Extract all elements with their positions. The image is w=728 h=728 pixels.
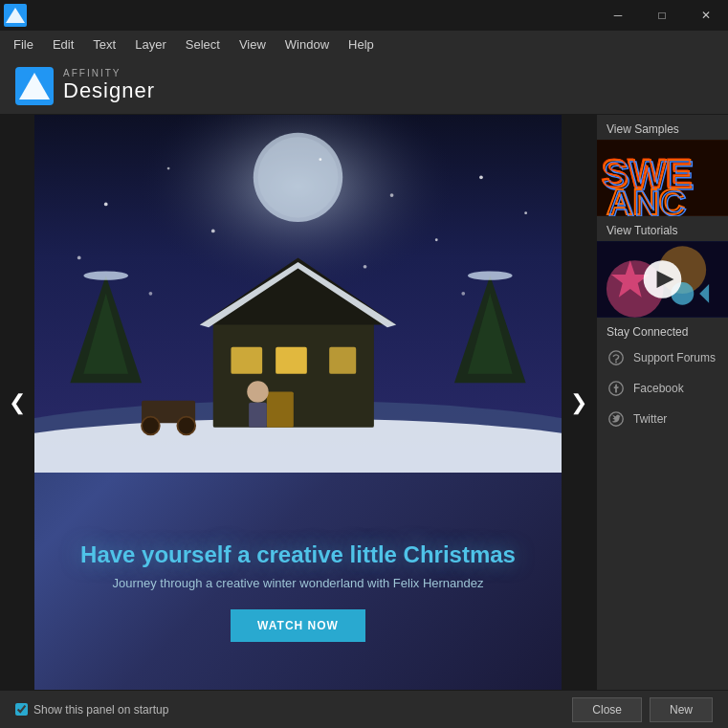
startup-checkbox-label[interactable]: Show this panel on startup xyxy=(15,703,168,717)
minimize-button[interactable]: ─ xyxy=(596,0,640,31)
slideshow-area: Have yourself a creative little Christma… xyxy=(34,115,562,690)
app-header: AFFINITY Designer xyxy=(0,57,728,115)
logo-icon xyxy=(15,67,54,105)
menu-bar: File Edit Text Layer Select View Window … xyxy=(0,31,728,57)
facebook-icon xyxy=(607,379,626,398)
snow-scene xyxy=(34,115,562,473)
social-item-facebook[interactable]: Facebook xyxy=(597,373,728,404)
support-forums-icon xyxy=(607,348,626,367)
logo-text: AFFINITY Designer xyxy=(63,68,155,103)
svg-point-32 xyxy=(390,193,394,197)
svg-point-37 xyxy=(524,211,527,214)
menu-help[interactable]: Help xyxy=(339,33,384,55)
slide-text-area: Have yourself a creative little Christma… xyxy=(63,541,533,661)
svg-point-55 xyxy=(615,362,617,364)
svg-point-31 xyxy=(319,158,321,161)
svg-point-34 xyxy=(479,175,483,179)
slide-title: Have yourself a creative little Christma… xyxy=(63,541,533,568)
twitter-icon xyxy=(607,409,626,429)
menu-text[interactable]: Text xyxy=(83,33,125,55)
svg-point-26 xyxy=(247,381,268,402)
title-bar-left xyxy=(0,4,31,27)
new-button[interactable]: New xyxy=(650,697,713,722)
social-item-support[interactable]: Support Forums xyxy=(597,342,728,373)
close-button-bottom[interactable]: Close xyxy=(572,697,642,722)
svg-point-38 xyxy=(77,256,81,260)
logo-designer-label: Designer xyxy=(63,78,155,103)
svg-point-33 xyxy=(435,238,438,241)
tutorials-title: View Tutorials xyxy=(597,216,728,241)
svg-point-19 xyxy=(83,271,128,279)
samples-thumbnail[interactable]: SWE SWE SWE ANC ANC xyxy=(597,140,728,216)
logo-affinity-label: AFFINITY xyxy=(63,68,155,78)
support-forums-label: Support Forums xyxy=(633,351,716,364)
svg-point-36 xyxy=(364,265,367,269)
logo-container: AFFINITY Designer xyxy=(15,67,155,105)
watch-now-button[interactable]: WATCH NOW xyxy=(231,609,365,642)
twitter-label: Twitter xyxy=(633,412,667,426)
stay-connected-title: Stay Connected xyxy=(597,318,728,342)
svg-rect-13 xyxy=(231,347,262,374)
window-controls: ─ □ ✕ xyxy=(596,0,728,31)
menu-view[interactable]: View xyxy=(230,33,276,55)
svg-point-30 xyxy=(211,230,215,233)
bottom-buttons: Close New xyxy=(572,697,713,722)
app-icon-small xyxy=(4,4,27,27)
menu-window[interactable]: Window xyxy=(276,33,339,55)
slide-subtitle: Journey through a creative winter wonder… xyxy=(63,576,533,590)
svg-point-29 xyxy=(167,167,170,170)
svg-rect-27 xyxy=(249,403,267,428)
svg-point-24 xyxy=(142,417,160,435)
chevron-right-icon: ❯ xyxy=(570,390,587,415)
menu-layer[interactable]: Layer xyxy=(125,33,176,55)
svg-point-25 xyxy=(177,417,195,435)
svg-point-28 xyxy=(104,203,108,207)
startup-checkbox[interactable] xyxy=(15,703,28,716)
chevron-left-icon: ❮ xyxy=(9,390,26,415)
menu-file[interactable]: File xyxy=(4,33,43,55)
svg-rect-15 xyxy=(329,347,356,374)
svg-rect-14 xyxy=(276,347,307,374)
svg-rect-16 xyxy=(267,392,294,428)
svg-point-39 xyxy=(461,292,465,296)
startup-label-text: Show this panel on startup xyxy=(33,703,168,717)
svg-point-22 xyxy=(468,271,513,279)
close-button[interactable]: ✕ xyxy=(684,0,728,31)
svg-point-7 xyxy=(257,137,338,217)
bottom-bar: Show this panel on startup Close New xyxy=(0,690,728,728)
left-arrow-button[interactable]: ❮ xyxy=(0,115,34,690)
slide-image: Have yourself a creative little Christma… xyxy=(34,115,562,690)
title-bar: ─ □ ✕ xyxy=(0,0,728,31)
social-item-twitter[interactable]: Twitter xyxy=(597,404,728,434)
menu-select[interactable]: Select xyxy=(176,33,230,55)
facebook-label: Facebook xyxy=(633,382,684,395)
menu-edit[interactable]: Edit xyxy=(43,33,83,55)
main-content: ❮ xyxy=(0,115,728,690)
samples-title: View Samples xyxy=(597,115,728,140)
right-panel: View Samples SWE SWE SWE ANC ANC View Tu… xyxy=(596,115,728,690)
svg-text:ANC: ANC xyxy=(608,184,687,216)
right-arrow-button[interactable]: ❯ xyxy=(562,115,596,690)
maximize-button[interactable]: □ xyxy=(640,0,684,31)
tutorials-thumbnail[interactable] xyxy=(597,241,728,318)
svg-point-35 xyxy=(149,292,153,296)
